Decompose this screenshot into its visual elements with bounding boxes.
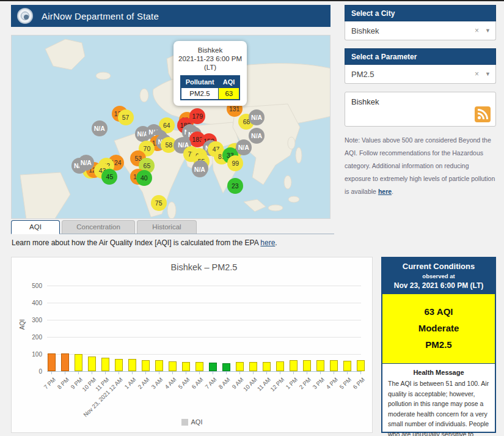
chart-x-tick-label: 5 PM: [338, 376, 352, 390]
note-text: Note: Values above 500 are considered Be…: [345, 136, 495, 195]
chart-x-tick: [266, 372, 267, 374]
chart-x-tick-label: 2 AM: [137, 376, 151, 390]
aqi-bar[interactable]: [222, 363, 230, 371]
aqi-map-marker[interactable]: 99: [227, 155, 243, 171]
aqi-bar[interactable]: [276, 361, 284, 371]
popup-city: Bishkek: [177, 46, 243, 54]
chart-x-tick: [239, 372, 240, 374]
chart-x-tick: [105, 372, 106, 374]
aqi-bar[interactable]: [169, 361, 177, 371]
aqi-map-marker[interactable]: 75: [151, 195, 167, 211]
chart-x-tick-label: 8 AM: [217, 376, 232, 390]
city-dropdown[interactable]: Bishkek × ▼: [345, 21, 496, 40]
aqi-bar[interactable]: [249, 362, 257, 371]
aqi-bar[interactable]: [357, 360, 365, 371]
note-here-link[interactable]: here: [378, 188, 392, 195]
chart-y-tick: 300: [19, 317, 42, 323]
aqi-map-marker[interactable]: 40: [136, 170, 152, 186]
parameter-dropdown-value: PM2.5: [351, 70, 475, 79]
aqi-bar[interactable]: [155, 360, 163, 371]
chart-y-tick: 400: [19, 300, 42, 306]
aqi-map-marker[interactable]: N/A: [236, 139, 252, 155]
chart-x-tick: [199, 372, 200, 374]
aqi-bar[interactable]: [236, 362, 244, 371]
tab-concentration[interactable]: Concentration: [62, 220, 135, 234]
rss-icon[interactable]: [475, 106, 491, 122]
city-clear-icon[interactable]: ×: [475, 26, 479, 35]
chart-x-tick: [280, 372, 280, 374]
chart-x-tick: [132, 372, 133, 374]
world-map[interactable]: 13457N/A6413117918813168N/AN/AN/AN/A129N…: [11, 35, 331, 219]
aqi-bar[interactable]: [263, 362, 271, 371]
aqi-map-marker[interactable]: N/A: [249, 128, 265, 144]
aqi-bar[interactable]: [128, 359, 136, 371]
chart-x-tick: [159, 372, 159, 374]
tab-bar: AQI Concentration Historical: [11, 220, 197, 234]
page-title: AirNow Department of State: [42, 11, 159, 21]
chart-x-tick: [307, 372, 307, 374]
aqi-bar[interactable]: [101, 358, 109, 371]
city-dropdown-value: Bishkek: [351, 26, 475, 35]
aqi-map-marker[interactable]: N/A: [92, 120, 108, 136]
aqi-bar[interactable]: [303, 360, 311, 371]
tab-aqi[interactable]: AQI: [11, 220, 60, 234]
aqi-category: Moderate: [385, 320, 492, 336]
beyond-aqi-note: Note: Values above 500 are considered Be…: [345, 134, 496, 198]
aqi-bar[interactable]: [142, 360, 150, 371]
popup-timezone: (LT): [177, 63, 243, 72]
chart-gridline: [47, 303, 361, 303]
epa-text-end: .: [275, 238, 277, 247]
health-message-title: Health Message: [382, 369, 495, 376]
chart-x-tick-label: 1 PM: [284, 376, 298, 390]
aqi-bar[interactable]: [75, 354, 82, 371]
aqi-bar[interactable]: [182, 362, 190, 371]
legend-swatch: [181, 419, 188, 426]
chart-x-tick-label: 10 PM: [81, 376, 97, 393]
chart-x-tick-label: 2 PM: [298, 376, 312, 390]
aqi-bar[interactable]: [115, 359, 123, 371]
parameter-clear-icon[interactable]: ×: [475, 70, 479, 78]
chart-title: Bishkek – PM2.5: [47, 262, 361, 272]
parameter-caret-icon[interactable]: ▼: [485, 71, 491, 77]
chart-x-tick: [213, 372, 213, 374]
epa-text: Learn more about how the Air Quality Ind…: [12, 238, 260, 247]
aqi-bar[interactable]: [48, 353, 56, 371]
aqi-bar[interactable]: [88, 357, 96, 371]
popup-col-aqi: AQI: [219, 76, 240, 88]
chart-x-tick-label: 7 AM: [204, 376, 218, 390]
select-city-header: Select a City: [345, 5, 496, 21]
map-popup: Bishkek 2021-11-23 6:00 PM (LT) Pollutan…: [173, 41, 247, 106]
aqi-map-marker[interactable]: 23: [227, 178, 243, 194]
epa-here-link[interactable]: here: [260, 238, 275, 247]
aqi-map-marker[interactable]: N/A: [192, 161, 208, 177]
chart-x-tick: [226, 372, 227, 374]
aqi-map-marker[interactable]: 57: [118, 109, 134, 125]
sidebar: Select a City Bishkek × ▼ Select a Param…: [345, 5, 496, 198]
aqi-bar[interactable]: [195, 362, 203, 371]
chart-x-tick: [65, 372, 65, 374]
chart-x-tick: [119, 372, 119, 374]
aqi-map-marker[interactable]: N/A: [78, 155, 94, 171]
parameter-dropdown[interactable]: PM2.5 × ▼: [345, 65, 496, 84]
airnow-page: AirNow Department of State Select a City…: [0, 1, 504, 436]
chart-y-tick: 200: [19, 334, 42, 341]
chart-y-tick: 0: [19, 368, 42, 375]
aqi-bar[interactable]: [330, 360, 338, 371]
aqi-bar[interactable]: [209, 363, 217, 371]
legend-label: AQI: [191, 418, 203, 426]
chart-x-tick-label: 1 AM: [123, 376, 137, 390]
aqi-bar[interactable]: [61, 353, 69, 371]
aqi-bar[interactable]: [343, 361, 351, 371]
aqi-bar[interactable]: [290, 360, 298, 371]
chart-x-tick: [293, 372, 294, 374]
chart-y-tick: 100: [19, 351, 42, 358]
aqi-map-marker[interactable]: 45: [101, 169, 117, 185]
feed-city-label: Bishkek: [351, 97, 489, 106]
chart-x-tick-label: 12 PM: [269, 376, 285, 393]
tab-historical[interactable]: Historical: [137, 220, 197, 234]
city-caret-icon[interactable]: ▼: [485, 28, 491, 34]
aqi-map-marker[interactable]: N/A: [249, 109, 265, 125]
chart-x-tick: [78, 372, 79, 374]
aqi-bar[interactable]: [316, 360, 324, 371]
chart-x-tick-label: 3 AM: [150, 376, 164, 390]
